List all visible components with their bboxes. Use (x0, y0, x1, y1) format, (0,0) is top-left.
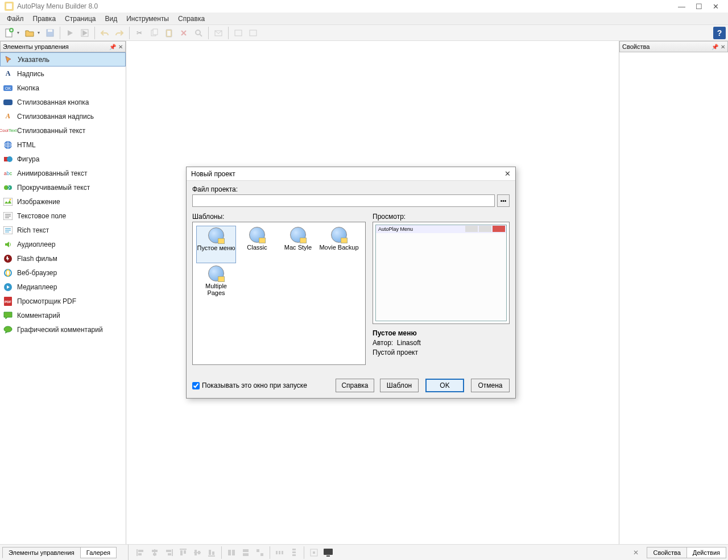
cancel-button[interactable]: Отмена (471, 379, 510, 392)
browser-icon (3, 268, 13, 277)
help-dialog-button[interactable]: Справка (336, 379, 374, 392)
same-height-icon[interactable] (239, 546, 252, 559)
page-prev-button[interactable] (231, 26, 245, 40)
project-file-input[interactable] (192, 194, 495, 207)
tool-textbox[interactable]: Текстовое поле (0, 209, 126, 223)
center-page-icon[interactable] (308, 546, 320, 559)
distribute-v-icon[interactable] (288, 546, 300, 559)
menu-view[interactable]: Вид (100, 14, 122, 24)
tool-audio[interactable]: Аудиоплеер (0, 237, 126, 251)
menu-help[interactable]: Справка (173, 14, 209, 24)
undo-button[interactable] (98, 26, 111, 40)
panel-close-icon[interactable]: ✕ (118, 44, 123, 50)
open-dropdown[interactable]: ▾ (38, 30, 42, 35)
new-button[interactable] (2, 26, 16, 40)
close-pane-icon[interactable]: ✕ (631, 547, 641, 558)
svg-rect-55 (243, 553, 249, 556)
align-center-h-icon[interactable] (148, 546, 161, 559)
tab-actions[interactable]: Действия (686, 547, 726, 558)
align-center-v-icon[interactable] (191, 546, 204, 559)
same-size-icon[interactable] (254, 546, 266, 559)
tab-controls[interactable]: Элементы управления (2, 547, 81, 558)
distribute-h-icon[interactable] (274, 546, 286, 559)
tool-animated-text[interactable]: abcАнимированный текст (0, 166, 126, 180)
tool-richtext[interactable]: Rich текст (0, 223, 126, 237)
menu-tools[interactable]: Инструменты (122, 14, 173, 24)
mail-button[interactable] (212, 26, 225, 40)
svg-rect-45 (184, 550, 186, 554)
new-dropdown[interactable]: ▾ (17, 30, 22, 35)
menu-file[interactable]: Файл (2, 14, 28, 24)
tool-flash[interactable]: Flash фильм (0, 251, 126, 266)
screen-icon[interactable] (322, 546, 334, 559)
tab-gallery[interactable]: Галерея (80, 547, 117, 558)
animated-text-icon: abc (3, 169, 13, 178)
delete-button[interactable] (177, 26, 191, 40)
template-empty[interactable]: Пустое меню (196, 226, 236, 263)
preview-label: Просмотр: (373, 213, 510, 221)
graphic-comment-icon (3, 325, 13, 334)
redo-button[interactable] (113, 26, 126, 40)
cut-button[interactable]: ✂ (133, 26, 146, 40)
template-movie[interactable]: Movie Backup (319, 226, 359, 263)
tool-comment[interactable]: Комментарий (0, 308, 126, 322)
preview-button[interactable] (63, 26, 77, 40)
tool-styled-text[interactable]: CoolTextСтилизованный текст (0, 123, 126, 138)
menu-edit[interactable]: Правка (28, 14, 61, 24)
ok-button[interactable]: OK (425, 379, 464, 392)
align-bottom-icon[interactable] (205, 546, 218, 559)
tool-webbrowser[interactable]: Веб-браузер (0, 266, 126, 280)
align-left-icon[interactable] (134, 546, 147, 559)
tool-mediaplayer[interactable]: Медиаплеер (0, 280, 126, 294)
template-multiple[interactable]: Multiple Pages (196, 264, 236, 302)
svg-rect-49 (208, 555, 215, 557)
browse-button[interactable]: ••• (497, 194, 510, 207)
template-mac[interactable]: Mac Style (278, 226, 318, 263)
help-button[interactable]: ? (713, 27, 726, 39)
svg-rect-62 (292, 551, 296, 553)
find-button[interactable] (192, 26, 205, 40)
tool-label[interactable]: AНадпись (0, 67, 126, 81)
save-button[interactable] (43, 26, 57, 40)
tool-styled-button[interactable]: Стилизованная кнопка (0, 95, 126, 109)
same-width-icon[interactable] (225, 546, 238, 559)
image-icon (3, 197, 13, 206)
svg-rect-50 (209, 550, 211, 555)
align-right-icon[interactable] (163, 546, 175, 559)
show-on-start-row[interactable]: Показывать это окно при запуске (192, 381, 330, 389)
tool-html[interactable]: HTML (0, 138, 126, 152)
pin-icon[interactable]: 📌 (712, 44, 718, 50)
minimize-button[interactable]: — (678, 2, 685, 11)
template-button[interactable]: Шаблон (380, 379, 419, 392)
tool-graphic-comment[interactable]: Графический комментарий (0, 322, 126, 337)
tool-shape[interactable]: Фигура (0, 152, 126, 166)
paste-button[interactable] (162, 26, 176, 40)
copy-button[interactable] (147, 26, 161, 40)
tool-styled-label[interactable]: AСтилизованная надпись (0, 109, 126, 123)
build-button[interactable] (78, 26, 92, 40)
show-on-start-checkbox[interactable] (192, 382, 200, 389)
tool-scroll-text[interactable]: Прокручиваемый текст (0, 180, 126, 194)
maximize-button[interactable]: ☐ (696, 2, 702, 11)
dialog-close-button[interactable]: ✕ (504, 169, 511, 178)
dialog-titlebar: Новый проект ✕ (187, 167, 515, 181)
svg-rect-8 (153, 29, 158, 35)
template-classic[interactable]: Classic (237, 226, 277, 263)
close-button[interactable]: ✕ (713, 2, 719, 11)
tool-button[interactable]: OKКнопка (0, 81, 126, 95)
tool-pointer[interactable]: Указатель (0, 52, 126, 67)
pin-icon[interactable]: 📌 (109, 44, 116, 50)
panel-close-icon[interactable]: ✕ (721, 44, 725, 50)
menu-page[interactable]: Страница (60, 14, 100, 24)
new-project-dialog: Новый проект ✕ Файл проекта: ••• Шаблоны… (186, 167, 516, 399)
tool-image[interactable]: Изображение (0, 194, 126, 209)
preview-min-icon (465, 226, 478, 232)
page-next-button[interactable] (246, 26, 260, 40)
align-top-icon[interactable] (177, 546, 189, 559)
tab-properties[interactable]: Свойства (647, 547, 686, 558)
tool-pdf[interactable]: PDFПросмотрщик PDF (0, 294, 126, 308)
controls-panel: Элементы управления 📌 ✕ Указатель AНадпи… (0, 41, 126, 544)
open-button[interactable] (23, 26, 36, 40)
show-on-start-label: Показывать это окно при запуске (202, 381, 307, 389)
svg-rect-35 (138, 550, 143, 552)
